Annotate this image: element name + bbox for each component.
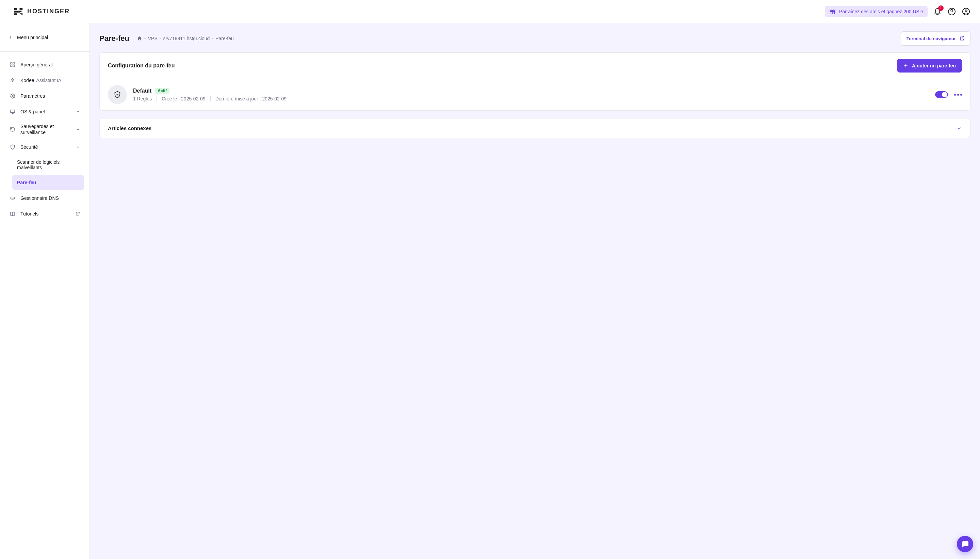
- main-content: Pare-feu - VPS - srv719911.hstgr.cloud -…: [90, 23, 980, 559]
- separator: [210, 96, 211, 101]
- monitor-icon: [10, 109, 16, 114]
- refer-friends-label: Parrainez des amis et gagnez 200 USD: [839, 9, 923, 14]
- chat-fab[interactable]: [957, 536, 973, 552]
- chevron-down-icon: [76, 110, 80, 114]
- sidebar-item-dns[interactable]: Gestionnaire DNS: [5, 191, 84, 206]
- status-badge: Actif: [155, 88, 170, 94]
- plus-icon: [903, 63, 909, 68]
- sidebar-item-label: Sécurité: [20, 144, 71, 150]
- notifications-button[interactable]: 1: [933, 7, 942, 16]
- chevron-down-icon: [76, 127, 80, 131]
- svg-point-4: [965, 10, 967, 12]
- sidebar-item-tutorials[interactable]: Tutoriels: [5, 206, 84, 221]
- refresh-icon: [10, 127, 16, 132]
- chat-icon: [961, 540, 969, 548]
- svg-rect-7: [10, 65, 12, 67]
- external-link-icon: [959, 36, 965, 41]
- firewall-toggle[interactable]: [935, 91, 948, 98]
- shield-check-icon: [108, 85, 127, 104]
- home-icon[interactable]: [137, 36, 142, 41]
- shield-icon: [10, 144, 16, 150]
- sidebar-item-label: Paramètres: [20, 93, 80, 99]
- related-title: Articles connexes: [108, 125, 152, 131]
- firewall-created: Créé le : 2025-02-09: [162, 96, 205, 101]
- sidebar-item-overview[interactable]: Aperçu général: [5, 57, 84, 72]
- page-title: Pare-feu: [99, 34, 129, 43]
- brand-logo[interactable]: HOSTINGER: [13, 7, 70, 17]
- sidebar-item-label: Gestionnaire DNS: [20, 195, 80, 201]
- sidebar-item-label: Aperçu général: [20, 62, 80, 68]
- top-nav: HOSTINGER Parrainez des amis et gagnez 2…: [0, 0, 980, 23]
- refer-friends-button[interactable]: Parrainez des amis et gagnez 200 USD: [825, 6, 927, 17]
- sidebar-item-label: Pare-feu: [17, 180, 36, 185]
- sidebar-item-os-panel[interactable]: OS & panel: [5, 104, 84, 119]
- brand-mark-icon: [13, 7, 23, 17]
- svg-rect-6: [13, 63, 15, 64]
- svg-rect-5: [10, 63, 12, 64]
- sidebar-item-security[interactable]: Sécurité: [5, 140, 84, 155]
- sidebar-item-label: KodeeAssistant IA: [20, 78, 80, 83]
- svg-rect-10: [10, 110, 15, 113]
- firewall-name: Default: [133, 88, 152, 94]
- book-icon: [10, 211, 16, 217]
- breadcrumb-server[interactable]: srv719911.hstgr.cloud: [163, 36, 210, 41]
- sidebar-item-settings[interactable]: Paramètres: [5, 89, 84, 104]
- sidebar-subitem-malware-scanner[interactable]: Scanner de logiciels malveillants: [12, 155, 84, 174]
- grid-icon: [10, 62, 16, 68]
- svg-rect-8: [13, 65, 15, 67]
- card-title: Configuration du pare-feu: [108, 63, 175, 69]
- topnav-actions: Parrainez des amis et gagnez 200 USD 1: [825, 6, 970, 17]
- gift-icon: [830, 8, 836, 15]
- related-articles-card: Articles connexes: [99, 118, 970, 138]
- firewall-rules-count: 1 Règles: [133, 96, 152, 101]
- firewall-entry: Default Actif 1 Règles Créé le : 2025-02…: [100, 79, 970, 110]
- sidebar: Menu principal Aperçu général KodeeAssis…: [0, 23, 90, 559]
- add-firewall-button[interactable]: Ajouter un pare-feu: [897, 59, 962, 73]
- breadcrumb-current: Pare-feu: [215, 36, 234, 41]
- separator: [157, 96, 157, 101]
- related-articles-toggle[interactable]: Articles connexes: [100, 119, 970, 138]
- toggle-knob: [942, 92, 947, 98]
- add-firewall-label: Ajouter un pare-feu: [912, 63, 956, 68]
- firewall-more-button[interactable]: [954, 94, 962, 96]
- brand-name: HOSTINGER: [27, 8, 70, 15]
- breadcrumb-sep: -: [160, 36, 161, 41]
- sidebar-item-label: Tutoriels: [20, 211, 71, 217]
- notification-badge: 1: [938, 5, 944, 11]
- sidebar-subitem-firewall[interactable]: Pare-feu: [12, 175, 84, 190]
- breadcrumb: - VPS - srv719911.hstgr.cloud - Pare-feu: [137, 36, 234, 41]
- firewall-updated: Dernière mise à jour : 2025-02-09: [215, 96, 287, 101]
- chevron-left-icon: [8, 35, 13, 40]
- sidebar-back-main-menu[interactable]: Menu principal: [0, 23, 89, 52]
- browser-terminal-button[interactable]: Terminal de navigateur: [901, 31, 970, 46]
- chevron-down-icon: [957, 126, 962, 131]
- help-button[interactable]: [947, 7, 956, 16]
- terminal-button-label: Terminal de navigateur: [906, 36, 956, 41]
- sidebar-item-label: Scanner de logiciels malveillants: [17, 159, 79, 170]
- dns-icon: [10, 195, 16, 201]
- sidebar-item-kodee[interactable]: KodeeAssistant IA: [5, 73, 84, 88]
- sidebar-item-label: OS & panel: [20, 109, 71, 114]
- chevron-up-icon: [76, 145, 80, 149]
- breadcrumb-sep: -: [212, 36, 213, 41]
- sparkle-icon: [10, 78, 16, 83]
- sidebar-item-label: Sauvegardes et surveillance: [20, 123, 71, 136]
- external-link-icon: [75, 212, 80, 216]
- firewall-config-card: Configuration du pare-feu Ajouter un par…: [99, 53, 970, 111]
- main-menu-label: Menu principal: [17, 35, 48, 40]
- page-header: Pare-feu - VPS - srv719911.hstgr.cloud -…: [99, 31, 970, 46]
- breadcrumb-sep: -: [144, 36, 146, 41]
- account-button[interactable]: [962, 7, 970, 16]
- gear-icon: [10, 93, 16, 99]
- sidebar-item-backups[interactable]: Sauvegardes et surveillance: [5, 120, 84, 139]
- breadcrumb-vps[interactable]: VPS: [148, 36, 158, 41]
- svg-point-9: [12, 95, 13, 97]
